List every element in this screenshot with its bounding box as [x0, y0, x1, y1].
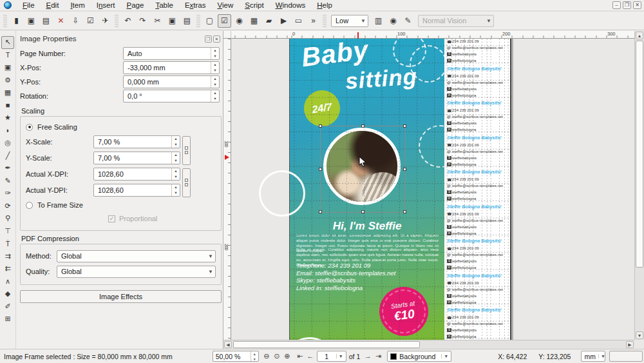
- edit-contents-tool[interactable]: ⊤: [1, 225, 14, 238]
- edit-in-preview-icon[interactable]: ✎: [401, 14, 415, 28]
- panel-close-button[interactable]: ✕: [213, 35, 220, 43]
- tear-off-strip[interactable]: Steffie Bologna Babysits!☎234 239 201 09…: [447, 237, 511, 272]
- spinner[interactable]: ▲▼: [211, 48, 219, 59]
- vision-mode-select[interactable]: Normal Vision ▼: [418, 15, 494, 27]
- tear-off-strip[interactable]: Steffie Bologna Babysits!☎234 239 201 09…: [447, 203, 511, 238]
- quality-select[interactable]: Global ▼: [57, 266, 216, 278]
- menu-file[interactable]: File: [17, 1, 41, 10]
- link-text-frames-tool[interactable]: ⇉: [1, 250, 14, 263]
- menu-insert[interactable]: Insert: [91, 1, 121, 10]
- actual-y-dpi-field[interactable]: 1028,60 ▲▼: [93, 184, 180, 197]
- selection-handle[interactable]: [403, 168, 406, 171]
- tear-off-strip[interactable]: Steffie Bologna Babysits!☎234 239 201 09…: [447, 39, 511, 65]
- menu-help[interactable]: Help: [311, 1, 338, 10]
- save-document-icon[interactable]: ▤: [39, 14, 53, 28]
- insert-spiral-tool[interactable]: ◎: [1, 137, 14, 150]
- panel-float-button[interactable]: ❐: [205, 35, 212, 43]
- previous-page-icon[interactable]: ←: [305, 352, 316, 360]
- vertical-scrollbar[interactable]: ▲ ▼: [634, 31, 644, 340]
- menu-item[interactable]: Item: [64, 1, 90, 10]
- tear-off-strip[interactable]: Steffie Bologna Babysits!☎234 239 201 09…: [447, 65, 511, 100]
- redo-icon[interactable]: ↷: [136, 14, 149, 28]
- link-scales-icon[interactable]: [182, 136, 191, 165]
- spinner[interactable]: ▲▼: [171, 184, 180, 196]
- preflight-verifier-icon[interactable]: ☑: [84, 14, 97, 28]
- zoom-100-icon[interactable]: ⊙: [272, 352, 282, 360]
- scroll-right-icon[interactable]: ▶: [626, 341, 634, 348]
- copy-item-properties-tool[interactable]: ◆: [1, 288, 14, 300]
- select-tool[interactable]: ↖: [1, 36, 14, 49]
- menu-script[interactable]: Script: [239, 1, 269, 10]
- insert-polygon-icon[interactable]: ▶: [277, 14, 290, 28]
- pdf-tools[interactable]: ⊞: [1, 313, 14, 326]
- proportional-checkbox[interactable]: ✓: [108, 215, 115, 222]
- selection-handle[interactable]: [361, 124, 365, 128]
- insert-calligraphy-tool[interactable]: ✑: [1, 187, 14, 200]
- horizontal-ruler[interactable]: 0100200300: [231, 31, 634, 39]
- insert-freehand-tool[interactable]: ✎: [1, 175, 14, 188]
- y-pos-field[interactable]: 0,000 mm ▲▼: [123, 75, 220, 88]
- paste-icon[interactable]: ▤: [180, 14, 194, 28]
- new-document-icon[interactable]: ▮: [10, 14, 23, 28]
- vertical-ruler[interactable]: 100200: [223, 39, 231, 340]
- story-editor-tool[interactable]: Ṫ: [1, 237, 14, 250]
- insert-text-frame-icon[interactable]: ▢: [203, 14, 216, 28]
- export-pdf-icon[interactable]: ✈: [99, 14, 112, 28]
- x-pos-field[interactable]: -33,000 mm ▲▼: [123, 61, 220, 74]
- insert-image-frame-tool[interactable]: ▣: [1, 61, 14, 74]
- copy-icon[interactable]: ▣: [166, 14, 179, 28]
- last-page-icon[interactable]: ⇥: [373, 352, 383, 360]
- insert-line-icon[interactable]: ▭: [292, 14, 305, 28]
- horizontal-scrollbar[interactable]: ◀ ▶: [223, 340, 634, 349]
- insert-line-tool[interactable]: ╱: [1, 150, 14, 162]
- selection-handle[interactable]: [403, 124, 406, 128]
- insert-bezier-tool[interactable]: ✒: [1, 162, 14, 175]
- tear-off-strips[interactable]: Steffie Bologna Babysits!☎234 239 201 09…: [447, 39, 511, 340]
- menu-extras[interactable]: Extras: [179, 1, 212, 10]
- selection-handle[interactable]: [319, 210, 322, 213]
- unit-selector[interactable]: mm ▼: [581, 351, 605, 362]
- link-dpi-icon[interactable]: [182, 168, 191, 197]
- tear-off-strip[interactable]: Steffie Bologna Babysits!☎234 239 201 09…: [447, 306, 511, 340]
- menu-view[interactable]: View: [211, 1, 239, 10]
- insert-polygon-tool[interactable]: ★: [1, 112, 14, 124]
- next-page-icon[interactable]: →: [363, 352, 373, 360]
- insert-render-frame-icon[interactable]: ◉: [232, 14, 246, 28]
- page-number-selector[interactable]: 1 ▼: [317, 351, 346, 362]
- insert-table-tool[interactable]: ▦: [1, 86, 14, 99]
- menu-windows[interactable]: Windows: [270, 1, 312, 10]
- zoom-in-icon[interactable]: ⊕: [282, 352, 292, 360]
- preview-eye-icon[interactable]: ◉: [386, 14, 400, 28]
- actual-x-dpi-field[interactable]: 1028,60 ▲▼: [93, 168, 180, 181]
- selection-frame[interactable]: [320, 126, 406, 213]
- open-document-icon[interactable]: ▣: [24, 14, 38, 28]
- cut-icon[interactable]: ✂: [151, 14, 164, 28]
- scroll-down-icon[interactable]: ▼: [636, 331, 643, 339]
- rotate-item-tool[interactable]: ⟳: [1, 200, 14, 213]
- spinner[interactable]: ▲▼: [211, 76, 219, 88]
- insert-arc-tool[interactable]: ◗: [1, 124, 14, 137]
- undo-icon[interactable]: ↶: [121, 14, 135, 28]
- scroll-up-icon[interactable]: ▲: [636, 32, 643, 39]
- tear-off-strip[interactable]: Steffie Bologna Babysits!☎234 239 201 09…: [447, 99, 511, 134]
- measurements-tool[interactable]: ∧: [1, 275, 14, 288]
- price-badge[interactable]: Starts at €10: [376, 284, 431, 339]
- method-select[interactable]: Global ▼: [57, 250, 216, 262]
- flyer-contacts[interactable]: Telephone: 234 239 201 09Email: steffie@…: [296, 262, 395, 291]
- selection-handle[interactable]: [319, 124, 322, 128]
- toolbar-overflow-icon[interactable]: »: [307, 14, 320, 28]
- first-page-icon[interactable]: ⇤: [295, 352, 305, 360]
- selection-handle[interactable]: [361, 210, 365, 213]
- document-viewport[interactable]: Baby sitting 24/7 Hi, I'm Steffie Lorem …: [231, 39, 634, 340]
- spinner[interactable]: ▲▼: [211, 90, 219, 102]
- close-document-icon[interactable]: ✕: [54, 14, 68, 28]
- menu-page[interactable]: Page: [121, 1, 150, 10]
- zoom-level-field[interactable]: 50,00 % ▲▼: [213, 351, 259, 362]
- unlink-text-frames-tool[interactable]: ⇇: [1, 262, 14, 275]
- maximize-button[interactable]: ❐: [623, 1, 631, 9]
- insert-render-frame-tool[interactable]: ⚙: [1, 74, 14, 87]
- preview-quality-select[interactable]: Low ▼: [331, 15, 368, 27]
- selection-handle[interactable]: [403, 210, 406, 213]
- minimize-button[interactable]: –: [612, 1, 621, 9]
- print-icon[interactable]: ⇩: [69, 14, 82, 28]
